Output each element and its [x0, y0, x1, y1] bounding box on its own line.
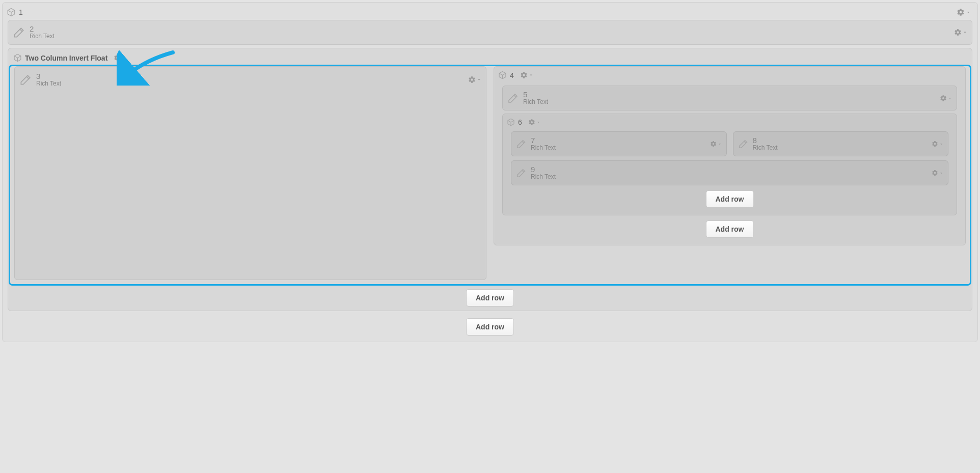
block-9[interactable]: 9 Rich Text — [511, 160, 948, 185]
panel-6-settings[interactable] — [528, 119, 541, 126]
block-5-labels: 5 Rich Text — [523, 90, 548, 106]
edit-icon — [515, 168, 527, 179]
cube-icon — [7, 8, 16, 17]
block-7-labels: 7 Rich Text — [531, 136, 556, 152]
panel-4: 4 — [494, 66, 966, 245]
cube-icon — [13, 53, 22, 62]
two-column-settings[interactable] — [114, 54, 127, 62]
edit-icon — [515, 138, 527, 150]
block-7-type: Rich Text — [531, 145, 556, 152]
edit-icon — [507, 92, 519, 104]
block-3-num: 3 — [36, 72, 61, 80]
block-7[interactable]: 7 Rich Text — [511, 131, 727, 156]
add-row-button-panel-6[interactable]: Add row — [706, 190, 754, 208]
panel-6-title: 6 — [518, 118, 522, 126]
panel-4-title: 4 — [510, 71, 514, 79]
root-title: 1 — [19, 8, 23, 16]
panel-6: 6 — [502, 114, 957, 215]
edit-icon — [738, 138, 749, 150]
block-2-labels: 2 Rich Text — [30, 24, 55, 40]
block-3-settings[interactable] — [468, 76, 482, 84]
block-8-type: Rich Text — [753, 145, 778, 152]
block-2-type: Rich Text — [30, 33, 55, 40]
add-row-button-root[interactable]: Add row — [466, 318, 514, 336]
two-column-title: Two Column Invert Float — [25, 54, 107, 62]
block-9-labels: 9 Rich Text — [531, 165, 556, 181]
two-column-section-header: Two Column Invert Float — [10, 50, 970, 66]
cube-icon — [507, 118, 515, 126]
block-2-settings[interactable] — [954, 29, 968, 36]
block-8[interactable]: 8 Rich Text — [733, 131, 949, 156]
add-row-button-panel-4[interactable]: Add row — [706, 220, 754, 238]
panel-4-settings[interactable] — [520, 71, 534, 79]
block-7-num: 7 — [531, 136, 556, 145]
two-column-content: 3 Rich Text — [10, 66, 970, 284]
block-7-settings[interactable] — [710, 141, 722, 147]
edit-icon — [19, 73, 32, 87]
block-9-settings[interactable] — [932, 170, 944, 176]
edit-icon — [12, 26, 25, 39]
block-8-settings[interactable] — [932, 141, 944, 147]
block-9-num: 9 — [531, 165, 556, 174]
two-column-section: Two Column Invert Float — [8, 48, 972, 311]
block-3-type: Rich Text — [36, 80, 61, 88]
block-5-type: Rich Text — [523, 99, 548, 106]
block-2[interactable]: 2 Rich Text — [8, 20, 972, 45]
block-8-labels: 8 Rich Text — [753, 136, 778, 152]
cube-icon — [498, 71, 507, 79]
root-panel: 1 2 Rich Text — [2, 2, 978, 342]
block-5-settings[interactable] — [940, 95, 952, 102]
block-9-type: Rich Text — [531, 174, 556, 181]
block-5[interactable]: 5 Rich Text — [502, 86, 957, 110]
root-panel-header: 1 — [5, 5, 975, 20]
block-3-labels: 3 Rich Text — [36, 72, 61, 88]
block-5-num: 5 — [523, 90, 548, 99]
settings-menu[interactable] — [957, 8, 971, 16]
add-row-button-section[interactable]: Add row — [466, 289, 514, 307]
block-3[interactable]: 3 Rich Text — [14, 66, 486, 280]
block-8-num: 8 — [753, 136, 778, 145]
block-2-num: 2 — [30, 24, 55, 33]
